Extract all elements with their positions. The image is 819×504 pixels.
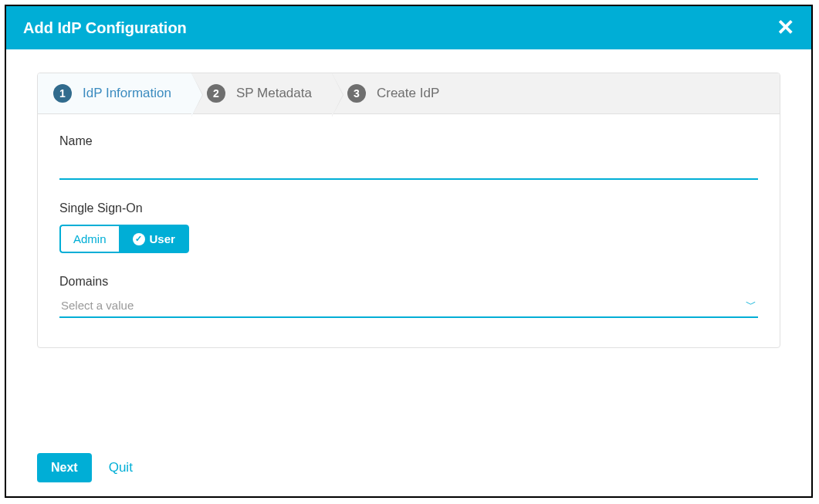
name-input[interactable] — [59, 153, 758, 180]
step-badge: 1 — [53, 84, 72, 103]
sso-toggle-group: Admin ✓ User — [59, 225, 189, 253]
domains-placeholder: Select a value — [61, 299, 134, 312]
step-label: SP Metadata — [236, 86, 312, 101]
sso-option-admin[interactable]: Admin — [59, 225, 119, 253]
step-sp-metadata[interactable]: 2 SP Metadata — [191, 73, 332, 113]
domains-select[interactable]: Select a value ﹀ — [59, 293, 758, 318]
form-area: Name Single Sign-On Admin ✓ User — [38, 114, 780, 347]
check-icon: ✓ — [133, 233, 145, 245]
step-label: Create IdP — [377, 86, 439, 101]
modal-title: Add IdP Configuration — [23, 19, 187, 37]
field-name: Name — [59, 134, 758, 180]
sso-label: Single Sign-On — [59, 201, 758, 215]
step-idp-information[interactable]: 1 IdP Information — [38, 73, 191, 113]
wizard-steps: 1 IdP Information 2 SP Metadata 3 Create… — [38, 73, 780, 114]
modal-header: Add IdP Configuration ✕ — [6, 6, 811, 49]
step-label: IdP Information — [83, 86, 171, 101]
step-create-idp[interactable]: 3 Create IdP — [332, 73, 459, 113]
sso-option-user[interactable]: ✓ User — [119, 225, 189, 253]
quit-button[interactable]: Quit — [109, 460, 133, 475]
wizard-panel: 1 IdP Information 2 SP Metadata 3 Create… — [37, 73, 780, 348]
domains-label: Domains — [59, 275, 758, 289]
name-label: Name — [59, 134, 758, 148]
chevron-down-icon: ﹀ — [746, 298, 756, 312]
modal-body: 1 IdP Information 2 SP Metadata 3 Create… — [6, 49, 811, 364]
modal-footer: Next Quit — [37, 453, 133, 482]
step-badge: 2 — [207, 84, 225, 103]
field-domains: Domains Select a value ﹀ — [59, 275, 758, 318]
close-icon[interactable]: ✕ — [777, 17, 794, 39]
sso-option-label: User — [150, 232, 175, 245]
sso-option-label: Admin — [73, 232, 107, 245]
step-badge: 3 — [347, 84, 366, 103]
next-button[interactable]: Next — [37, 453, 92, 482]
add-idp-modal: Add IdP Configuration ✕ 1 IdP Informatio… — [5, 5, 813, 498]
field-sso: Single Sign-On Admin ✓ User — [59, 201, 758, 253]
